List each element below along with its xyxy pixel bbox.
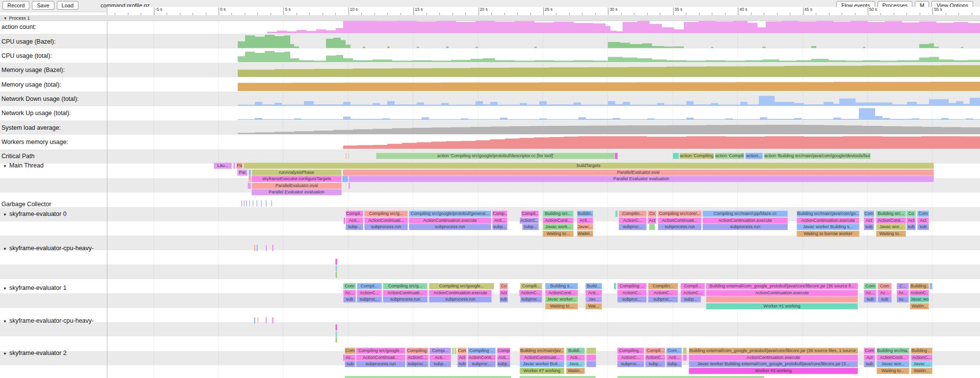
timeline-span-evaluator1-a[interactable]: Co (500, 283, 508, 289)
timeline-span-evaluator2-a[interactable] (452, 348, 454, 354)
timeline-span-evaluator0-c[interactable]: subp... (492, 224, 507, 230)
timeline-span-evaluator1-a[interactable]: Com (343, 283, 356, 289)
timeline-span-evaluator1-c[interactable]: subprocess.run (383, 296, 427, 303)
timeline-span-evaluator1-b[interactable]: Acti... (585, 290, 602, 296)
timeline-span-evaluator2-b[interactable]: ActionC... (645, 354, 665, 361)
timeline-span-critical-path[interactable]: action... (745, 153, 763, 159)
timeline-span-garbage-collector[interactable] (271, 200, 272, 207)
timeline-span-evaluator2-c[interactable]: subp... (497, 361, 510, 367)
timeline-span-evaluator2-c[interactable]: sub (345, 361, 355, 367)
timeline-span-evaluator2-b[interactable]: Act (457, 354, 467, 361)
timeline-span-evaluator2-b[interactable]: ActionC... (911, 354, 932, 361)
timeline-span-evaluator2-d[interactable]: Waitin... (566, 368, 585, 374)
timeline-span-evaluator2-b[interactable]: ActionConti... (877, 354, 909, 361)
timeline-span-critical-path[interactable]: action 'Compiling... (679, 153, 714, 159)
timeline-span-main-thread-5[interactable]: Parallel Evaluator evaluation (251, 189, 342, 195)
timeline-span-cpu-heavy2-ticks[interactable] (254, 317, 255, 324)
timeline-span-evaluator0-a[interactable]: Compil... (521, 211, 539, 217)
timeline-span-evaluator2-b[interactable]: ActionC... (617, 354, 644, 361)
timeline-span-evaluator0-a[interactable]: Comp... (492, 211, 507, 217)
timeline-span-evaluator2-c[interactable]: subprocess.run (356, 361, 405, 367)
timeline-span-evaluator2-a[interactable] (454, 348, 456, 354)
timeline-span-evaluator1-a[interactable] (930, 283, 932, 289)
timeline-span-evaluator1-c[interactable]: subprocess.run (429, 296, 492, 303)
timeline-span-evaluator0-a[interactable]: Compil... (346, 211, 363, 217)
timeline-span-evaluator0-b[interactable]: ActionC... (520, 217, 539, 224)
row-label-skyframe-evaluator-0[interactable]: ▼skyframe-evaluator 0 (0, 211, 107, 217)
save-button[interactable]: Save (32, 1, 54, 10)
timeline-span-main-thread-1[interactable]: Lau... (214, 163, 232, 169)
timeline-span-evaluator2-c[interactable]: Javac worker Building external/com_googl… (689, 361, 858, 367)
timeline-span-evaluator2-d[interactable]: Waiting to... (877, 368, 909, 374)
timeline-span-evaluator1-b[interactable]: ActionC... (357, 290, 382, 296)
timeline-span-evaluator1-b[interactable]: ActionConti... (545, 290, 578, 296)
collapse-arrow-icon[interactable]: ▼ (3, 247, 7, 251)
timeline-span-evaluator0-c[interactable]: subprocess.run (658, 224, 702, 230)
timeline-span-evaluator0-c[interactable]: subp... (346, 224, 363, 230)
timeline-span-evaluator1-a[interactable]: Compiling ... (617, 283, 647, 289)
timeline-span-main-thread-4[interactable]: ParallelEvaluator.eval (251, 183, 342, 189)
timeline-span-evaluator1-d[interactable]: Wai... (585, 303, 602, 309)
timeline-span-evaluator1-d[interactable]: Waitin... (910, 303, 929, 309)
timeline-span-main-thread-3[interactable] (249, 176, 251, 182)
timeline-span-evaluator0-c[interactable]: Javac wor... (876, 224, 906, 230)
timeline-span-evaluator0-c[interactable] (649, 224, 655, 230)
timeline-span-evaluator2-a[interactable]: Compiling... (406, 348, 428, 354)
timeline-span-main-thread-2[interactable]: runAnalysisPhase (251, 169, 342, 176)
row-label-network-up-usage-total[interactable]: Network Up usage (total): (0, 110, 107, 117)
timeline-span-evaluator0-b[interactable]: ActionContinuati... (364, 217, 408, 224)
timeline-span-evaluator2-a[interactable]: Buildi... (566, 348, 585, 354)
timeline-span-critical-path[interactable]: action 'Compiling src/google/protobuf/de… (376, 153, 615, 159)
collapse-arrow-icon[interactable]: ▼ (3, 164, 7, 168)
timeline-span-critical-path[interactable] (348, 153, 349, 159)
timeline-span-evaluator1-a[interactable]: Compilin... (648, 283, 678, 289)
timeline-span-evaluator2-b[interactable]: ActionContinuati... (356, 354, 405, 361)
row-label-skyframe-evaluator-2[interactable]: ▼skyframe-evaluator 2 (0, 350, 107, 356)
timeline-span-main-thread-3[interactable]: Parallel Evaluator evaluation (349, 176, 934, 182)
timeline-span-evaluator2-b[interactable] (586, 354, 596, 361)
timeline-span-evaluator2-c[interactable]: subproc... (468, 361, 496, 367)
timeline-span-garbage-collector[interactable] (244, 200, 245, 207)
timeline-span-cpu-heavy1-ticks[interactable] (266, 245, 267, 251)
timeline-canvas[interactable]: action count:CPU usage (Bazel):CPU usage… (0, 0, 980, 378)
timeline-span-cpu-heavy1-sliver-b[interactable] (335, 265, 337, 272)
timeline-ruler[interactable]: -5 s0 s5 s10 s15 s20 s25 s30 s35 s40 s45… (107, 7, 980, 15)
timeline-span-evaluator1-a[interactable]: Compil... (357, 283, 382, 289)
timeline-span-evaluator2-b[interactable]: ActionContinuati... (520, 354, 564, 361)
timeline-span-evaluator2-c[interactable]: Javac ... (911, 361, 932, 367)
timeline-span-garbage-collector[interactable] (256, 200, 257, 207)
timeline-span-evaluator0-a[interactable] (615, 211, 618, 217)
timeline-span-evaluator0-c[interactable]: Javac... (577, 224, 593, 230)
timeline-span-evaluator1-b[interactable]: ActionC... (648, 290, 678, 296)
timeline-span-cpu-heavy1-sliver-c[interactable] (335, 272, 337, 278)
timeline-span-evaluator1-c[interactable] (706, 296, 858, 303)
timeline-span-evaluator0-a[interactable]: Co (906, 211, 916, 217)
timeline-span-evaluator0-a[interactable]: Compilin... (619, 211, 647, 217)
process-header[interactable]: ▼Process 1 (0, 15, 980, 21)
row-label-critical-path[interactable]: Critical Path (0, 153, 107, 160)
timeline-span-evaluator0-c[interactable]: subp... (522, 224, 539, 230)
timeline-span-main-thread-1[interactable]: buildTargets (243, 163, 934, 169)
timeline-span-evaluator2-c[interactable]: Java... (566, 361, 585, 367)
timeline-span-evaluator2-a[interactable]: Building src/main/jav... (520, 348, 564, 354)
row-label-action-count[interactable]: action count: (0, 24, 107, 30)
timeline-span-evaluator0-b[interactable]: ActionConti... (876, 217, 906, 224)
timeline-span-evaluator2-b[interactable]: Ac... (345, 354, 355, 361)
timeline-span-evaluator2-c[interactable]: subp... (666, 361, 682, 367)
timeline-span-evaluator1-b[interactable]: Ac... (343, 290, 356, 296)
timeline-span-main-thread-1[interactable]: Par (236, 163, 243, 169)
timeline-span-evaluator2-a[interactable]: Building src/ma... (877, 348, 909, 354)
timeline-span-evaluator2-b[interactable]: ActionConti... (468, 354, 496, 361)
timeline-span-evaluator2-d[interactable]: Worker #3 working (689, 368, 858, 374)
timeline-span-evaluator2-c[interactable]: sub (864, 361, 875, 367)
timeline-span-evaluator0-d[interactable]: Waitin... (577, 231, 593, 237)
timeline-span-evaluator1-c[interactable]: Jav... (585, 296, 602, 303)
timeline-span-evaluator2-a[interactable]: Com... (666, 348, 682, 354)
timeline-span-evaluator2-b[interactable] (683, 354, 687, 361)
timeline-span-evaluator1-a[interactable]: Compiling src/g... (383, 283, 427, 289)
timeline-span-next-row-peek[interactable] (520, 376, 596, 378)
timeline-span-evaluator1-b[interactable]: ActionC... (680, 290, 705, 296)
timeline-span-main-thread-4[interactable] (349, 183, 350, 189)
timeline-span-evaluator0-a[interactable]: Compiling src/main/cpp/blaze.cc (703, 211, 788, 217)
collapse-arrow-icon[interactable]: ▼ (3, 319, 7, 324)
